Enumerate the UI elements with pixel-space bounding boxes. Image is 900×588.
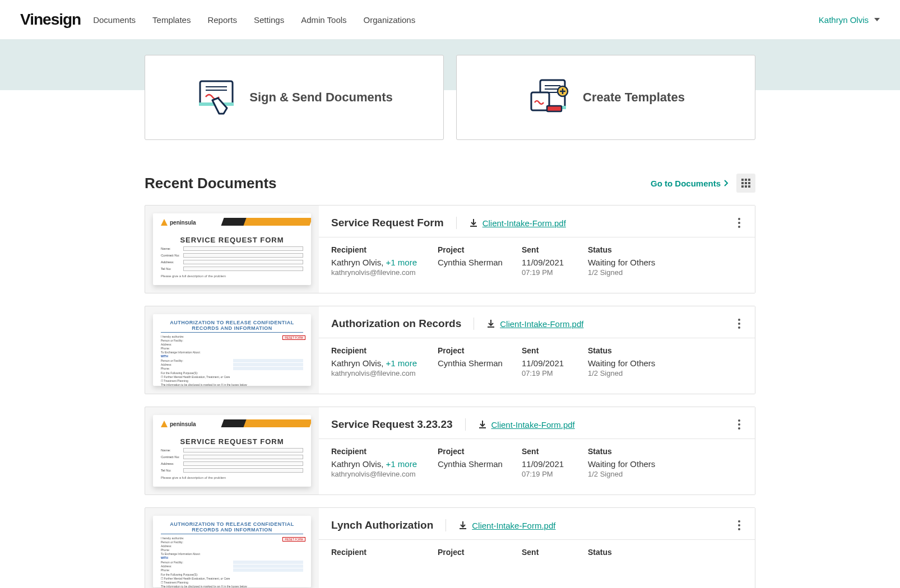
go-to-documents-link[interactable]: Go to Documents [651, 179, 729, 188]
grid-view-toggle[interactable] [736, 174, 755, 193]
download-icon [478, 420, 487, 429]
meta-project: ProjectCynthia Sherman [438, 245, 522, 277]
meta-project: Project [438, 548, 522, 560]
meta-label: Recipient [331, 447, 438, 456]
meta-sent: Sent11/09/202107:19 PM [522, 346, 588, 377]
document-thumbnail[interactable]: peninsula SERVICE REQUEST FORM Name: Con… [153, 415, 311, 487]
meta-project: ProjectCynthia Sherman [438, 447, 522, 478]
file-link-text[interactable]: Client-Intake-Form.pdf [491, 420, 575, 430]
meta-label: Recipient [331, 346, 438, 355]
meta-recipient: Recipient [331, 548, 438, 560]
nav-organizations[interactable]: Organizations [364, 15, 416, 25]
create-templates-card[interactable]: Create Templates [456, 55, 755, 140]
nav-admin-tools[interactable]: Admin Tools [301, 15, 346, 25]
sign-document-icon [196, 78, 238, 117]
svg-point-28 [738, 319, 740, 321]
document-list: peninsula SERVICE REQUEST FORM Name: Con… [145, 205, 755, 588]
meta-value: Cynthia Sherman [438, 258, 522, 267]
document-meta: RecipientKathryn Olvis, +1 morekathrynol… [319, 338, 755, 377]
meta-subvalue: kathrynolvis@filevine.com [331, 369, 438, 377]
nav-templates[interactable]: Templates [152, 15, 191, 25]
document-body: Service Request Form Client-Intake-Form.… [319, 206, 755, 293]
more-menu-icon[interactable] [736, 216, 743, 230]
grid-icon [741, 179, 750, 188]
meta-label: Sent [522, 548, 588, 557]
svg-rect-22 [748, 185, 750, 188]
svg-rect-13 [547, 106, 562, 111]
divider [446, 519, 446, 531]
document-header: Authorization on Records Client-Intake-F… [319, 316, 755, 338]
document-body: Authorization on Records Client-Intake-F… [319, 306, 755, 394]
svg-rect-17 [741, 182, 744, 184]
meta-subvalue: 1/2 Signed [588, 268, 655, 277]
file-download[interactable]: Client-Intake-Form.pdf [486, 319, 583, 329]
meta-value: 11/09/2021 [522, 358, 588, 368]
document-title: Lynch Authorization [331, 519, 446, 531]
document-meta: RecipientKathryn Olvis, +1 morekathrynol… [319, 237, 755, 277]
svg-point-32 [738, 419, 740, 422]
svg-point-34 [738, 427, 740, 430]
chevron-down-icon [874, 18, 880, 21]
more-menu-icon[interactable] [736, 316, 743, 331]
meta-label: Sent [522, 346, 588, 355]
file-download[interactable]: Client-Intake-Form.pdf [469, 218, 566, 228]
meta-sent: Sent11/09/202107:19 PM [522, 245, 588, 277]
svg-point-30 [738, 326, 740, 329]
document-thumbnail-wrap: peninsula SERVICE REQUEST FORM Name: Con… [145, 407, 319, 494]
meta-value: Waiting for Others [588, 258, 655, 267]
file-link-text[interactable]: Client-Intake-Form.pdf [500, 319, 583, 329]
document-thumbnail[interactable]: AUTHORIZATION TO RELEASE CONFIDENTIALREC… [153, 516, 311, 587]
user-menu[interactable]: Kathryn Olvis [819, 15, 880, 25]
meta-status: StatusWaiting for Others1/2 Signed [588, 447, 655, 478]
nav-documents[interactable]: Documents [93, 15, 136, 25]
meta-subvalue: kathrynolvis@filevine.com [331, 268, 438, 277]
more-recipients-link[interactable]: +1 more [386, 258, 417, 267]
meta-label: Status [588, 447, 655, 456]
svg-rect-18 [745, 182, 747, 184]
nav-reports[interactable]: Reports [207, 15, 237, 25]
meta-label: Project [438, 447, 522, 456]
file-download[interactable]: Client-Intake-Form.pdf [458, 521, 555, 530]
svg-point-24 [738, 218, 740, 220]
more-menu-icon[interactable] [736, 518, 743, 533]
meta-label: Project [438, 346, 522, 355]
sign-send-label: Sign & Send Documents [249, 90, 392, 105]
meta-sent: Sent [522, 548, 588, 560]
hero-section: Sign & Send Documents Create Te [0, 39, 900, 140]
svg-rect-16 [748, 179, 750, 181]
svg-point-29 [738, 323, 740, 325]
meta-subvalue: kathrynolvis@filevine.com [331, 470, 438, 478]
document-thumbnail-wrap: peninsula SERVICE REQUEST FORM Name: Con… [145, 206, 319, 293]
document-thumbnail-wrap: AUTHORIZATION TO RELEASE CONFIDENTIALREC… [145, 508, 319, 588]
chevron-right-icon [724, 180, 729, 186]
nav-settings[interactable]: Settings [254, 15, 284, 25]
document-thumbnail-wrap: AUTHORIZATION TO RELEASE CONFIDENTIALREC… [145, 306, 319, 394]
meta-status: StatusWaiting for Others1/2 Signed [588, 346, 655, 377]
meta-value: Cynthia Sherman [438, 358, 522, 368]
more-menu-icon[interactable] [736, 417, 743, 432]
sign-send-card[interactable]: Sign & Send Documents [145, 55, 444, 140]
create-templates-label: Create Templates [583, 90, 685, 105]
file-download[interactable]: Client-Intake-Form.pdf [478, 420, 575, 430]
document-thumbnail[interactable]: peninsula SERVICE REQUEST FORM Name: Con… [153, 213, 311, 285]
file-link-text[interactable]: Client-Intake-Form.pdf [472, 521, 555, 530]
document-row: AUTHORIZATION TO RELEASE CONFIDENTIALREC… [145, 306, 755, 394]
more-recipients-link[interactable]: +1 more [386, 459, 417, 469]
svg-point-26 [738, 226, 740, 228]
more-recipients-link[interactable]: +1 more [386, 358, 417, 368]
svg-point-38 [738, 528, 740, 530]
meta-value: 11/09/2021 [522, 459, 588, 469]
meta-label: Sent [522, 447, 588, 456]
meta-value: Kathryn Olvis, +1 more [331, 358, 438, 368]
meta-recipient: RecipientKathryn Olvis, +1 morekathrynol… [331, 346, 438, 377]
document-title: Authorization on Records [331, 318, 474, 330]
section-header: Recent Documents Go to Documents [145, 174, 755, 193]
nav-links: Documents Templates Reports Settings Adm… [93, 15, 819, 25]
document-title: Service Request Form [331, 217, 456, 229]
document-thumbnail[interactable]: AUTHORIZATION TO RELEASE CONFIDENTIALREC… [153, 314, 311, 386]
svg-rect-21 [745, 185, 747, 188]
file-link-text[interactable]: Client-Intake-Form.pdf [483, 218, 566, 228]
create-template-icon [527, 78, 572, 117]
meta-subvalue: 07:19 PM [522, 470, 588, 478]
meta-label: Status [588, 548, 612, 557]
